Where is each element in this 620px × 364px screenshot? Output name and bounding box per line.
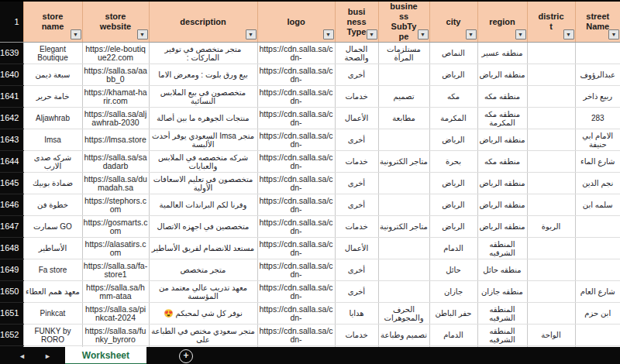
- cell-name[interactable]: معهد همم العطاء: [23, 281, 82, 303]
- cell-region[interactable]: منطقه جازان: [477, 281, 527, 303]
- cell-district[interactable]: الواحة: [527, 325, 575, 346]
- tab-worksheet[interactable]: Worksheet: [65, 347, 146, 364]
- cell-description[interactable]: متخصصين في اجهزه الاتصال: [149, 216, 257, 238]
- cell-subtype[interactable]: [378, 194, 429, 216]
- cell-city[interactable]: حفر الباطن: [429, 303, 477, 325]
- cell-region[interactable]: منطقه مكه: [477, 86, 527, 108]
- cell-city[interactable]: الرياض: [429, 194, 477, 216]
- row-number[interactable]: 1639: [0, 43, 23, 64]
- cell-name[interactable]: Aljawhrab: [23, 108, 82, 129]
- cell-logo[interactable]: https://cdn.salla.sa/cdn-: [257, 259, 335, 281]
- cell-description[interactable]: معهد تدريب عالي معتمد من المؤسسة: [149, 281, 257, 303]
- cell-logo[interactable]: https://cdn.salla.sa/cdn-: [257, 86, 335, 108]
- cell-name[interactable]: GO سمارت: [23, 216, 82, 238]
- subtype-filter-dropdown-button[interactable]: ▼: [418, 29, 429, 39]
- cell-logo[interactable]: https://cdn.salla.sa/cdn-: [257, 43, 335, 64]
- street-filter-dropdown-button[interactable]: ▼: [608, 29, 619, 39]
- cell-type[interactable]: أخرى: [335, 64, 378, 86]
- cell-description[interactable]: متخصصون في تعليم الاسعافات الأولية: [149, 173, 257, 194]
- cell-logo[interactable]: https://cdn.salla.sa/cdn-: [257, 194, 335, 216]
- cell-type[interactable]: خدمات: [335, 86, 378, 108]
- cell-description[interactable]: متجر سعودي مختص في الطباعة على: [149, 325, 257, 346]
- cell-district[interactable]: [527, 173, 575, 194]
- name-filter-dropdown-button[interactable]: ▼: [71, 29, 81, 39]
- cell-logo[interactable]: https://cdn.salla.sa/cdn-: [257, 173, 335, 194]
- cell-city[interactable]: بحرة: [429, 151, 477, 173]
- cell-city[interactable]: جازان: [429, 281, 477, 303]
- cell-district[interactable]: [527, 64, 575, 86]
- region-filter-dropdown-button[interactable]: ▼: [515, 29, 526, 39]
- cell-type[interactable]: خدمات: [335, 151, 378, 173]
- cell-description[interactable]: منتجات الجوهره ما بين أصالة: [149, 108, 257, 129]
- cell-city[interactable]: مكه: [429, 86, 477, 108]
- cell-street[interactable]: [575, 259, 620, 281]
- cell-type[interactable]: خدمات: [335, 216, 378, 238]
- cell-description[interactable]: مستعد للانضمام لفريق الأساطير: [149, 238, 257, 259]
- cell-description[interactable]: متجر Imsa السعودي يوفر أحدث الألبسة: [149, 129, 257, 151]
- cell-subtype[interactable]: مستلزمات المرأة: [378, 43, 429, 64]
- row-number[interactable]: 1647: [0, 216, 23, 238]
- cell-region[interactable]: المنطقه الشرقيه: [477, 303, 527, 325]
- cell-subtype[interactable]: متاجر الكترونية: [378, 151, 429, 173]
- cell-subtype[interactable]: متاجر الكترونية: [378, 216, 429, 238]
- cell-type[interactable]: أخرى: [335, 173, 378, 194]
- cell-region[interactable]: منطقه عسير: [477, 43, 527, 64]
- cell-subtype[interactable]: [378, 64, 429, 86]
- description-filter-dropdown-button[interactable]: ▼: [246, 29, 257, 39]
- cell-city[interactable]: النماص: [429, 43, 477, 64]
- cell-city[interactable]: المكرمة: [429, 108, 477, 129]
- cell-street[interactable]: [575, 43, 620, 64]
- cell-type[interactable]: أخرى: [335, 259, 378, 281]
- cell-street[interactable]: شارع الماء: [575, 151, 620, 173]
- cell-website[interactable]: https://khamat-harir.com: [82, 86, 149, 108]
- cell-logo[interactable]: https://cdn.salla.sa/cdn-: [257, 281, 335, 303]
- cell-subtype[interactable]: تصميم: [378, 86, 429, 108]
- cell-city[interactable]: الدمام: [429, 325, 477, 346]
- cell-district[interactable]: [527, 108, 575, 129]
- cell-district[interactable]: [527, 303, 575, 325]
- cell-region[interactable]: المنطقه الشرقيه: [477, 325, 527, 346]
- cell-website[interactable]: https://alasatirs.com: [82, 238, 149, 259]
- cell-name[interactable]: Pinkcat: [23, 303, 82, 325]
- row-number[interactable]: 1643: [0, 129, 23, 151]
- cell-region[interactable]: منطقه الرياض: [477, 173, 527, 194]
- cell-description[interactable]: بيع ورق بلوت : ومعرض الاما: [149, 64, 257, 86]
- cell-website[interactable]: https://salla.sa/funky_byroro: [82, 325, 149, 346]
- cell-city[interactable]: الرياض: [429, 129, 477, 151]
- row-number[interactable]: 1642: [0, 108, 23, 129]
- cell-district[interactable]: [527, 194, 575, 216]
- row-number[interactable]: 1650: [0, 281, 23, 303]
- cell-description[interactable]: متخصصون في بيع الملابس النسائية: [149, 86, 257, 108]
- cell-region[interactable]: منطقه حائل: [477, 259, 527, 281]
- cell-logo[interactable]: https://cdn.salla.sa/cdn-: [257, 325, 335, 346]
- row-number[interactable]: 1644: [0, 151, 23, 173]
- cell-subtype[interactable]: مطابعة: [378, 108, 429, 129]
- cell-name[interactable]: سبعة ديمن: [23, 64, 82, 86]
- cell-website[interactable]: https://salla.sa/sadadarb: [82, 151, 149, 173]
- cell-name[interactable]: FUNKY by RORO: [23, 325, 82, 346]
- cell-street[interactable]: نجم الدين: [575, 173, 620, 194]
- cell-type[interactable]: هدايا: [335, 303, 378, 325]
- cell-subtype[interactable]: [378, 281, 429, 303]
- cell-city[interactable]: الرياض: [429, 173, 477, 194]
- cell-website[interactable]: https://gosmarts.com: [82, 216, 149, 238]
- row-number[interactable]: 1645: [0, 173, 23, 194]
- cell-name[interactable]: خامة حرير: [23, 86, 82, 108]
- cell-city[interactable]: حائل: [429, 259, 477, 281]
- cell-logo[interactable]: https://cdn.salla.sa/cdn-: [257, 303, 335, 325]
- cell-district[interactable]: [527, 281, 575, 303]
- row-number[interactable]: 1649: [0, 259, 23, 281]
- cell-district[interactable]: الربوة: [527, 216, 575, 238]
- type-filter-dropdown-button[interactable]: ▼: [367, 29, 377, 39]
- cell-street[interactable]: ربيع ذاخر: [575, 86, 620, 108]
- city-filter-dropdown-button[interactable]: ▼: [466, 29, 477, 39]
- row-number[interactable]: 1652: [0, 325, 23, 346]
- cell-logo[interactable]: https://cdn.salla.sa/cdn-: [257, 216, 335, 238]
- cell-region[interactable]: منطقه الرياض: [477, 216, 527, 238]
- cell-street[interactable]: [575, 325, 620, 346]
- next-sheet-icon[interactable]: ►: [44, 353, 51, 360]
- cell-website[interactable]: https://salla.sa/hmm-ataa: [82, 281, 149, 303]
- cell-type[interactable]: الأعمال: [335, 238, 378, 259]
- cell-type[interactable]: أخرى: [335, 129, 378, 151]
- cell-name[interactable]: Fa store: [23, 259, 82, 281]
